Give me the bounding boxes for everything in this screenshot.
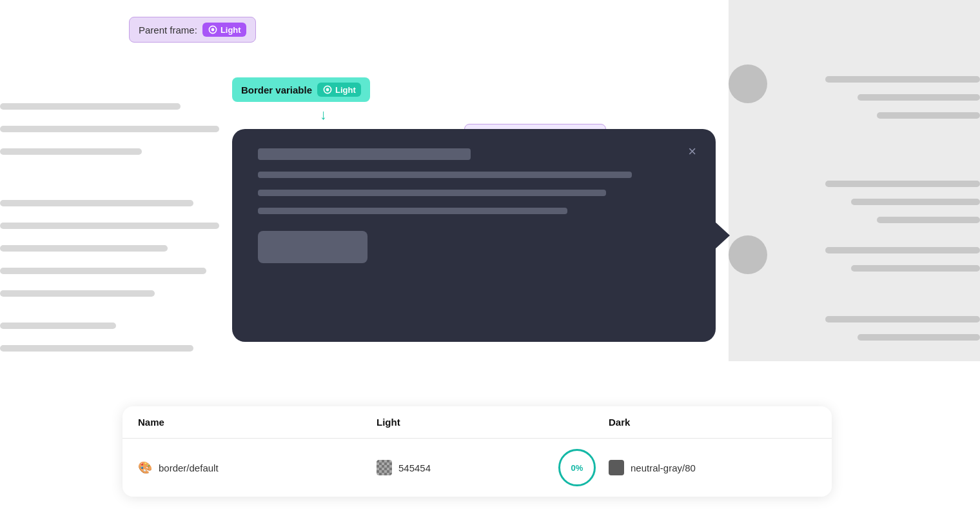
- light-color-value: 545454: [398, 462, 431, 473]
- palette-icon: 🎨: [138, 461, 152, 475]
- progress-badge: 0%: [558, 449, 596, 486]
- table-cell-light: 545454 0%: [377, 449, 609, 486]
- table-cell-name: 🎨 border/default: [138, 461, 377, 475]
- variable-table: Name Light Dark 🎨 border/default 545454 …: [122, 406, 832, 497]
- variable-name: border/default: [159, 462, 219, 473]
- border-variable-label[interactable]: Border variable Light: [232, 77, 370, 102]
- dark-color-value: neutral-gray/80: [631, 462, 696, 473]
- modal-line-1: [258, 172, 632, 178]
- table-header: Name Light Dark: [122, 406, 832, 439]
- col-header-light: Light: [377, 417, 609, 428]
- progress-value: 0%: [571, 463, 583, 473]
- modal-title-bar: [258, 148, 471, 160]
- component-icon-teal: [322, 84, 333, 95]
- col-header-name: Name: [138, 417, 377, 428]
- parent-frame-mode: Light: [220, 25, 241, 35]
- modal-card: ×: [232, 129, 716, 342]
- left-background: [0, 0, 219, 368]
- dark-color-swatch: [609, 460, 624, 475]
- border-variable-mode: Light: [335, 85, 356, 95]
- right-panel: [729, 0, 980, 361]
- parent-frame-prefix: Parent frame:: [139, 25, 197, 35]
- border-variable-text: Border variable: [241, 84, 312, 95]
- parent-frame-label[interactable]: Parent frame: Light: [129, 17, 256, 43]
- right-circle-bottom: [729, 235, 767, 274]
- modal-button-placeholder: [258, 231, 368, 263]
- border-variable-badge: Light: [317, 83, 361, 97]
- table-cell-dark: neutral-gray/80: [609, 460, 832, 475]
- component-icon: [208, 25, 218, 35]
- col-header-dark: Dark: [609, 417, 832, 428]
- modal-line-2: [258, 190, 606, 196]
- parent-frame-badge: Light: [202, 23, 246, 37]
- light-color-swatch: [377, 460, 392, 475]
- close-button[interactable]: ×: [688, 143, 696, 160]
- arrow-indicator: ↓: [320, 108, 327, 122]
- table-row: 🎨 border/default 545454 0% neutral-gray/…: [122, 439, 832, 497]
- svg-point-1: [211, 28, 214, 32]
- modal-line-3: [258, 208, 567, 214]
- right-circle-top: [729, 64, 767, 103]
- svg-point-3: [326, 88, 329, 92]
